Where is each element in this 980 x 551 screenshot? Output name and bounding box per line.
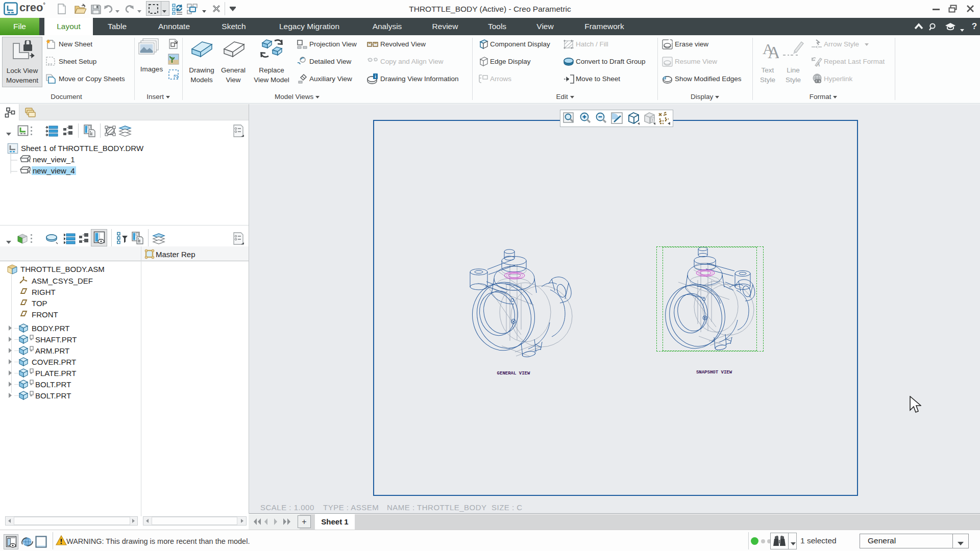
svg-text:i: i [375,74,376,79]
svg-text:A: A [768,43,779,60]
svg-text:A: A [816,61,820,67]
